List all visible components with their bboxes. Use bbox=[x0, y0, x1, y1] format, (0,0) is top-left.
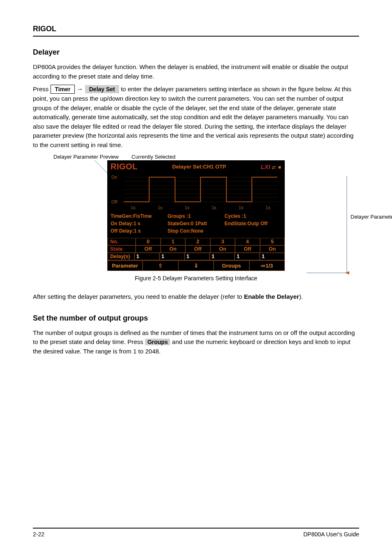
y-axis-on: On bbox=[111, 175, 118, 180]
subsection-paragraph: The number of output groups is defined a… bbox=[33, 328, 359, 356]
th: 4 bbox=[235, 238, 260, 245]
link-enable-delayer[interactable]: Enable the Delayer bbox=[244, 293, 299, 300]
page-number: 2-22 bbox=[33, 531, 44, 538]
td: On bbox=[161, 245, 185, 253]
callout-line-icon bbox=[78, 160, 111, 177]
softkey-parameter[interactable]: Parameter bbox=[107, 261, 143, 271]
param-stategen: StateGen:0 1Patt bbox=[168, 220, 225, 227]
figure-caption: Figure 2-5 Delayer Parameters Setting In… bbox=[33, 275, 359, 282]
nav-after-text: to enter the delayer parameters setting … bbox=[33, 85, 353, 148]
svg-marker-4 bbox=[345, 271, 349, 275]
td: 1 bbox=[184, 253, 210, 260]
param-groups: Groups :1 bbox=[168, 212, 225, 220]
param-timegen: TimeGen:FixTime bbox=[111, 212, 168, 220]
param-stopcon: Stop Con:None bbox=[168, 227, 225, 235]
th: 2 bbox=[185, 238, 210, 245]
param-endstate: EndState:Outp Off bbox=[224, 220, 281, 227]
softkey-down[interactable]: ⇩ bbox=[178, 261, 214, 271]
param-offdelay: Off Delay:1 s bbox=[111, 227, 168, 235]
figure-container: Delayer Parameter Preview Currently Sele… bbox=[33, 160, 359, 271]
callout-line-icon bbox=[307, 272, 348, 274]
td: 1 bbox=[159, 253, 184, 260]
th: 1 bbox=[161, 238, 185, 245]
page-header: RIGOL bbox=[33, 25, 359, 37]
xtick: 1s bbox=[184, 205, 189, 210]
th: 3 bbox=[210, 238, 235, 245]
td: Off bbox=[185, 245, 210, 253]
arrow-right-icon: → bbox=[77, 85, 83, 92]
xtick: 1s bbox=[158, 205, 163, 210]
text-span: ). bbox=[299, 293, 303, 300]
table-row: No. 0 1 2 3 4 5 bbox=[107, 238, 285, 245]
delay-set-button[interactable]: Delay Set bbox=[85, 85, 119, 93]
intro-paragraph: DP800A provides the delayer function. Wh… bbox=[33, 62, 359, 81]
y-axis-off: Off bbox=[111, 199, 117, 204]
xtick: 1s bbox=[212, 205, 217, 210]
callout-preview: Delayer Parameter Preview bbox=[53, 154, 119, 160]
softkey-menu: Parameter ⇧ ⇩ Groups ⇨1/3 bbox=[107, 260, 285, 271]
subsection-title: Set the number of output groups bbox=[33, 314, 359, 323]
td: On bbox=[210, 245, 235, 253]
lxi-icon: LXI bbox=[261, 163, 270, 170]
callout-list: Delayer Parameter List bbox=[350, 214, 392, 220]
groups-softkey-button[interactable]: Groups bbox=[145, 339, 171, 345]
td: 1 bbox=[210, 253, 235, 260]
softkey-up[interactable]: ⇧ bbox=[143, 261, 178, 271]
status-icons: ⇄ ■ bbox=[272, 164, 281, 170]
xtick: 1s bbox=[265, 205, 270, 210]
timer-button[interactable]: Timer bbox=[51, 85, 75, 94]
x-axis-ticks: 1s 1s 1s 1s 1s 1s bbox=[107, 205, 285, 211]
nav-prefix: Press bbox=[33, 85, 48, 92]
softkey-groups[interactable]: Groups bbox=[214, 261, 249, 271]
td-state-label: State bbox=[107, 245, 136, 253]
td: 1 bbox=[134, 253, 159, 260]
param-empty bbox=[224, 227, 281, 235]
text-span: After setting the delayer parameters, yo… bbox=[33, 293, 244, 300]
parameter-table: No. 0 1 2 3 4 5 State Off On Off On Off … bbox=[107, 238, 285, 260]
after-figure-paragraph: After setting the delayer parameters, yo… bbox=[33, 292, 359, 302]
delayer-preview-chart: On Off bbox=[111, 174, 281, 205]
th: 0 bbox=[136, 238, 160, 245]
td: 1 bbox=[235, 253, 260, 260]
section-title: Delayer bbox=[33, 48, 359, 57]
screen-title: Delayer Set:CH1 OTP bbox=[172, 164, 226, 170]
arrow-left-icon bbox=[345, 271, 349, 275]
th-no: No. bbox=[107, 238, 136, 245]
xtick: 1s bbox=[239, 205, 244, 210]
callout-selected-line1: Currently Selected bbox=[131, 154, 175, 160]
table-row: State Off On Off On Off On bbox=[107, 245, 285, 253]
td: Off bbox=[136, 245, 160, 253]
parameter-block: TimeGen:FixTime Groups :1 Cycles :1 On D… bbox=[107, 211, 285, 237]
param-cycles: Cycles :1 bbox=[224, 212, 281, 220]
td: Off bbox=[235, 245, 260, 253]
xtick: 1s bbox=[131, 205, 136, 210]
callout-line-icon bbox=[346, 176, 348, 272]
param-ondelay: On Delay:1 s bbox=[111, 220, 168, 227]
screen-logo: RIGOL bbox=[111, 162, 138, 171]
footer-right: DP800A User's Guide bbox=[303, 531, 359, 538]
table-row: Delay(s) 1 1 1 1 1 1 bbox=[107, 253, 285, 260]
instrument-screen: RIGOL Delayer Set:CH1 OTP LXI ⇄ ■ On Off bbox=[107, 160, 285, 271]
td: On bbox=[260, 245, 285, 253]
td: 1 bbox=[260, 253, 285, 260]
th: 5 bbox=[260, 238, 285, 245]
td-delay-label: Delay(s) bbox=[107, 253, 134, 260]
softkey-page[interactable]: ⇨1/3 bbox=[249, 261, 285, 271]
waveform-svg bbox=[111, 174, 281, 205]
